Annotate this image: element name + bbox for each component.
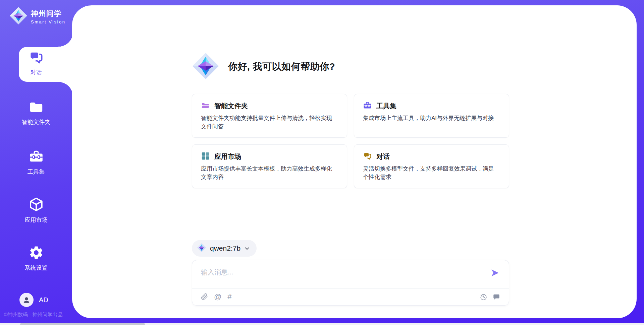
send-icon[interactable] xyxy=(490,268,499,279)
sidebar-item-app-market[interactable]: 应用市场 xyxy=(0,196,72,224)
sidebar-item-label: 对话 xyxy=(31,69,42,76)
message-composer: @ # xyxy=(192,260,509,306)
user-initials: AD xyxy=(39,296,48,304)
brand-subtitle: Smart Vision xyxy=(31,19,65,24)
greeting-title: 你好, 我可以如何帮助你? xyxy=(228,60,335,73)
model-diamond-icon xyxy=(197,243,206,254)
sidebar-item-toolset[interactable]: 工具集 xyxy=(0,149,72,176)
message-input[interactable] xyxy=(192,260,509,288)
toolbox-icon xyxy=(363,101,372,111)
cube-icon xyxy=(28,196,44,214)
comment-icon[interactable] xyxy=(493,293,500,301)
sidebar: 神州问学 Smart Vision 对话 智能文件夹 xyxy=(0,0,72,325)
card-description: 灵活切换多模型文件，支持多样回复效果调试，满足个性化需求 xyxy=(363,165,499,181)
main-content: 你好, 我可以如何帮助你? 智能文件夹 智能文件夹功能支持批量文件上传与清洗，轻… xyxy=(192,5,509,306)
copyright-footer: ©神州数码 · 神州问学出品 xyxy=(4,312,62,318)
chevron-down-icon xyxy=(244,246,250,251)
feature-cards: 智能文件夹 智能文件夹功能支持批量文件上传与清洗，轻松实现文件问答 工具集 集成… xyxy=(192,94,509,188)
hero: 你好, 我可以如何帮助你? xyxy=(192,52,509,81)
model-selector[interactable]: qwen2:7b xyxy=(192,240,257,257)
sidebar-item-label: 工具集 xyxy=(28,168,45,176)
folder-open-icon xyxy=(201,101,210,111)
toolbox-icon xyxy=(29,149,44,166)
sidebar-item-label: 系统设置 xyxy=(25,264,48,272)
hash-icon[interactable]: # xyxy=(227,293,231,301)
card-description: 应用市场提供丰富长文本模板，助力高效生成多样化文章内容 xyxy=(201,165,337,181)
sidebar-item-label: 应用市场 xyxy=(25,216,48,224)
sidebar-item-settings[interactable]: 系统设置 xyxy=(0,245,72,272)
user-account[interactable]: AD xyxy=(19,293,48,307)
card-description: 集成市场上主流工具，助力AI与外界无缝扩展与对接 xyxy=(363,114,499,123)
brand-name: 神州问学 xyxy=(31,9,65,19)
history-icon[interactable] xyxy=(480,293,487,301)
hero-diamond-icon xyxy=(192,52,219,81)
card-smart-folder[interactable]: 智能文件夹 智能文件夹功能支持批量文件上传与清洗，轻松实现文件问答 xyxy=(192,94,347,138)
gear-icon xyxy=(29,245,44,262)
card-description: 智能文件夹功能支持批量文件上传与清洗，轻松实现文件问答 xyxy=(201,114,337,131)
folder-icon xyxy=(29,99,44,116)
at-icon[interactable]: @ xyxy=(214,293,221,301)
scrollbar-thumb[interactable] xyxy=(20,323,145,325)
card-title: 智能文件夹 xyxy=(214,102,248,111)
card-title: 对话 xyxy=(376,152,390,161)
paperclip-icon[interactable] xyxy=(201,293,208,300)
sidebar-item-smart-folder[interactable]: 智能文件夹 xyxy=(0,99,72,126)
sidebar-item-label: 智能文件夹 xyxy=(22,118,50,126)
card-title: 工具集 xyxy=(376,102,396,111)
avatar xyxy=(19,293,34,307)
horizontal-scrollbar[interactable] xyxy=(0,323,644,325)
sidebar-item-chat[interactable]: 对话 xyxy=(0,50,72,76)
model-name: qwen2:7b xyxy=(210,244,240,252)
card-title: 应用市场 xyxy=(214,152,241,161)
brand-logo: 神州问学 Smart Vision xyxy=(9,7,65,26)
chat-icon xyxy=(29,50,44,66)
person-icon xyxy=(22,296,31,304)
composer-toolbar: @ # xyxy=(192,288,509,305)
card-app-market[interactable]: 应用市场 应用市场提供丰富长文本模板，助力高效生成多样化文章内容 xyxy=(192,144,347,188)
card-toolset[interactable]: 工具集 集成市场上主流工具，助力AI与外界无缝扩展与对接 xyxy=(354,94,509,138)
grid-icon xyxy=(201,151,210,162)
card-chat[interactable]: 对话 灵活切换多模型文件，支持多样回复效果调试，满足个性化需求 xyxy=(354,144,509,188)
brand-diamond-icon xyxy=(9,7,28,26)
chat-icon xyxy=(363,151,372,162)
